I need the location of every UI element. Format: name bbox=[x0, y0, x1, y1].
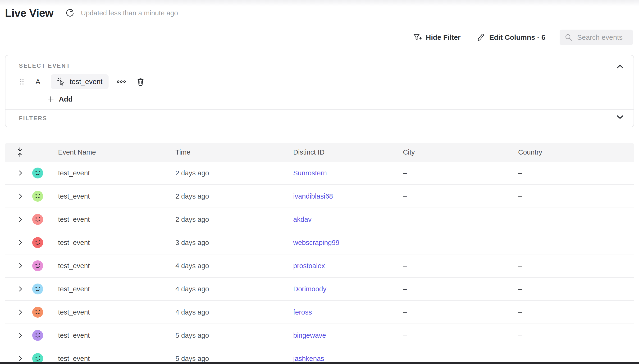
distinct-id-link[interactable]: prostoalex bbox=[290, 262, 400, 270]
city-cell: – bbox=[400, 216, 515, 224]
collapse-rows-button[interactable] bbox=[5, 147, 29, 158]
table-row[interactable]: test_event 2 days ago akdav – – bbox=[5, 208, 634, 231]
event-row: A test_event bbox=[19, 74, 624, 89]
avatar bbox=[32, 191, 43, 202]
filters-section[interactable]: FILTERS bbox=[6, 109, 633, 127]
cursor-click-icon bbox=[57, 77, 66, 86]
table-row[interactable]: test_event 4 days ago Dorimoody – – bbox=[5, 278, 634, 301]
expand-row-button[interactable] bbox=[5, 262, 29, 269]
page-header: Live View Updated less than a minute ago bbox=[5, 7, 178, 20]
event-chip[interactable]: test_event bbox=[51, 74, 109, 89]
page-title: Live View bbox=[5, 7, 53, 20]
distinct-id-link[interactable]: bingewave bbox=[290, 332, 400, 340]
avatar bbox=[32, 307, 43, 318]
chevron-right-icon bbox=[17, 239, 24, 246]
query-builder-card: SELECT EVENT A test_event bbox=[5, 55, 634, 127]
expand-row-button[interactable] bbox=[5, 216, 29, 223]
event-name-cell: test_event bbox=[55, 262, 172, 270]
chevron-right-icon bbox=[17, 170, 24, 176]
chevron-right-icon bbox=[17, 332, 24, 339]
country-cell: – bbox=[515, 285, 634, 293]
distinct-id-link[interactable]: Sunrostern bbox=[290, 169, 400, 177]
chevron-right-icon bbox=[17, 286, 24, 292]
filter-plus-icon bbox=[412, 33, 422, 42]
expand-row-button[interactable] bbox=[5, 332, 29, 339]
chevron-right-icon bbox=[17, 262, 24, 269]
expand-row-button[interactable] bbox=[5, 355, 29, 362]
refresh-icon bbox=[65, 8, 74, 18]
country-cell: – bbox=[515, 332, 634, 340]
event-name-cell: test_event bbox=[55, 308, 172, 316]
expand-row-button[interactable] bbox=[5, 239, 29, 246]
expand-row-button[interactable] bbox=[5, 286, 29, 292]
drag-handle-icon[interactable] bbox=[19, 78, 25, 86]
table-row[interactable]: test_event 4 days ago prostoalex – – bbox=[5, 254, 634, 278]
distinct-id-link[interactable]: feross bbox=[290, 308, 400, 316]
table-row[interactable]: test_event 3 days ago webscraping99 – – bbox=[5, 231, 634, 254]
time-cell: 2 days ago bbox=[172, 216, 290, 224]
country-cell: – bbox=[515, 169, 634, 177]
city-cell: – bbox=[400, 239, 515, 246]
table-header: Event Name Time Distinct ID City Country bbox=[5, 143, 634, 162]
add-event-button[interactable]: Add bbox=[47, 95, 73, 103]
expand-row-button[interactable] bbox=[5, 170, 29, 176]
event-chip-label: test_event bbox=[70, 78, 102, 86]
column-header-city: City bbox=[400, 148, 515, 156]
city-cell: – bbox=[400, 262, 515, 270]
updated-status: Updated less than a minute ago bbox=[81, 9, 178, 17]
select-event-section: SELECT EVENT A test_event bbox=[6, 56, 633, 109]
top-scroll-shadow bbox=[0, 0, 639, 6]
country-cell: – bbox=[515, 262, 634, 270]
event-name-cell: test_event bbox=[55, 239, 172, 246]
edit-columns-label: Edit Columns · 6 bbox=[489, 33, 545, 42]
time-cell: 4 days ago bbox=[172, 308, 290, 316]
time-cell: 5 days ago bbox=[172, 355, 290, 362]
table-row[interactable]: test_event 2 days ago ivandiblasi68 – – bbox=[5, 185, 634, 208]
distinct-id-link[interactable]: webscraping99 bbox=[290, 239, 400, 246]
distinct-id-link[interactable]: Dorimoody bbox=[290, 285, 400, 293]
expand-row-button[interactable] bbox=[5, 308, 29, 316]
time-cell: 4 days ago bbox=[172, 285, 290, 293]
search-input[interactable] bbox=[577, 33, 628, 42]
expand-filters-button[interactable] bbox=[615, 114, 624, 120]
city-cell: – bbox=[400, 169, 515, 177]
distinct-id-link[interactable]: ivandiblasi68 bbox=[290, 192, 400, 200]
time-cell: 5 days ago bbox=[172, 332, 290, 340]
table-row[interactable]: test_event 5 days ago jashkenas – – bbox=[5, 347, 634, 364]
table-row[interactable]: test_event 5 days ago bingewave – – bbox=[5, 324, 634, 347]
country-cell: – bbox=[515, 239, 634, 246]
event-name-cell: test_event bbox=[55, 355, 172, 362]
chevron-right-icon bbox=[17, 355, 24, 362]
city-cell: – bbox=[400, 355, 515, 362]
event-name-cell: test_event bbox=[55, 332, 172, 340]
delete-event-button[interactable] bbox=[136, 77, 145, 86]
chevron-right-icon bbox=[17, 308, 24, 316]
more-options-button[interactable] bbox=[117, 79, 126, 84]
column-header-time: Time bbox=[172, 148, 290, 156]
time-cell: 2 days ago bbox=[172, 169, 290, 177]
city-cell: – bbox=[400, 308, 515, 316]
country-cell: – bbox=[515, 216, 634, 224]
refresh-button[interactable] bbox=[65, 8, 75, 18]
city-cell: – bbox=[400, 192, 515, 200]
table-row[interactable]: test_event 2 days ago Sunrostern – – bbox=[5, 162, 634, 185]
table-row[interactable]: test_event 4 days ago feross – – bbox=[5, 301, 634, 324]
search-icon bbox=[564, 33, 573, 42]
edit-columns-button[interactable]: Edit Columns · 6 bbox=[476, 33, 545, 42]
chevron-right-icon bbox=[17, 216, 24, 223]
add-label: Add bbox=[59, 95, 73, 103]
collapse-section-button[interactable] bbox=[615, 64, 624, 70]
expand-row-button[interactable] bbox=[5, 193, 29, 200]
chevron-right-icon bbox=[17, 193, 24, 200]
event-name-cell: test_event bbox=[55, 192, 172, 200]
distinct-id-link[interactable]: jashkenas bbox=[290, 355, 400, 362]
avatar bbox=[32, 168, 43, 178]
search-box[interactable] bbox=[560, 30, 633, 45]
avatar bbox=[32, 214, 43, 225]
hide-filter-button[interactable]: Hide Filter bbox=[412, 33, 461, 42]
city-cell: – bbox=[400, 285, 515, 293]
column-header-country: Country bbox=[515, 148, 634, 156]
distinct-id-link[interactable]: akdav bbox=[290, 216, 400, 224]
chevron-up-icon bbox=[615, 64, 624, 70]
time-cell: 3 days ago bbox=[172, 239, 290, 246]
